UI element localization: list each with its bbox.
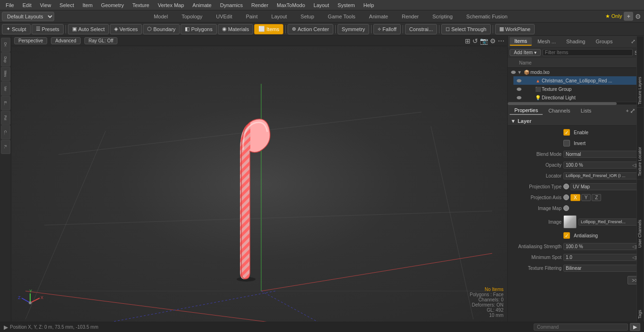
expand-root[interactable]: ▼ xyxy=(517,70,523,75)
tab-channels[interactable]: Channels xyxy=(544,107,575,114)
materials-button[interactable]: ◉ Materials xyxy=(218,24,254,34)
tab-items[interactable]: Items xyxy=(510,37,532,46)
opacity-value[interactable]: 100.0 % ◁▷ xyxy=(563,162,642,169)
viewport-camera-icon[interactable]: 📷 xyxy=(480,37,488,45)
menu-animate[interactable]: Animate xyxy=(189,1,215,9)
workplane-button[interactable]: ▦ WorkPlane xyxy=(495,24,535,34)
menu-item[interactable]: Item xyxy=(79,1,96,9)
add-tab-button[interactable]: + xyxy=(624,12,633,21)
left-tool-6[interactable]: Pol xyxy=(1,111,10,125)
layout-dropdown[interactable]: Default Layouts xyxy=(2,12,54,21)
menu-vertex-map[interactable]: Vertex Map xyxy=(154,1,188,9)
left-tool-2[interactable]: Dup xyxy=(1,52,10,66)
falloff-button[interactable]: ⟡ Falloff xyxy=(373,24,401,34)
axis-y-button[interactable]: Y xyxy=(581,194,591,201)
aa-strength-value[interactable]: 100.0 % ◁▷ xyxy=(563,243,642,250)
side-tab-user-channels[interactable]: User Channels xyxy=(637,179,644,251)
tab-mesh[interactable]: Mesh ... xyxy=(533,38,561,45)
viewport[interactable]: Perspective Advanced Ray GL: Off ⊞ ↺ 📷 ⚙… xyxy=(11,36,507,322)
image-map-radio[interactable] xyxy=(563,205,569,211)
left-tool-8[interactable]: F.. xyxy=(1,140,10,154)
side-tab-texture-locator[interactable]: Texture Locator xyxy=(637,107,644,179)
menu-help[interactable]: Help xyxy=(360,1,378,9)
invert-checkbox[interactable] xyxy=(563,140,570,146)
tab-lists[interactable]: Lists xyxy=(576,107,596,114)
projection-type-radio[interactable] xyxy=(563,184,569,189)
tab-setup[interactable]: Setup xyxy=(294,12,321,21)
select-through-button[interactable]: ◻ Select Through xyxy=(441,24,490,34)
tab-layout[interactable]: Layout xyxy=(265,12,294,21)
menu-texture[interactable]: Texture xyxy=(129,1,153,9)
menu-edit[interactable]: Edit xyxy=(19,1,35,9)
left-tool-4[interactable]: Ver xyxy=(1,81,10,96)
menu-select[interactable]: Select xyxy=(56,1,78,9)
panel-expand-icon[interactable]: ⤢ xyxy=(631,38,636,45)
menu-maxtomodo[interactable]: MaxToModo xyxy=(273,1,309,9)
tab-schematic-fusion[interactable]: Schematic Fusion xyxy=(460,12,514,21)
items-button[interactable]: ⬜ Items xyxy=(254,24,283,34)
layer-expand-icon[interactable]: ▼ xyxy=(511,118,516,124)
tab-paint[interactable]: Paint xyxy=(239,12,264,21)
command-input[interactable] xyxy=(534,324,628,331)
image-dropdown[interactable]: Lollipop_Red_Fresnel... ▾ xyxy=(578,219,642,226)
tab-animate[interactable]: Animate xyxy=(363,12,395,21)
tab-game-tools[interactable]: Game Tools xyxy=(321,12,362,21)
tab-scripting[interactable]: Scripting xyxy=(426,12,459,21)
vis-toggle-light[interactable] xyxy=(515,94,523,101)
vis-toggle-mesh[interactable] xyxy=(515,77,523,84)
tab-model[interactable]: Model xyxy=(147,12,174,21)
tex-filtering-dropdown[interactable]: Bilinear ▾ xyxy=(563,265,642,272)
presets-button[interactable]: ☰ Presets xyxy=(32,24,64,34)
menu-dynamics[interactable]: Dynamics xyxy=(216,1,247,9)
props-expand-icon[interactable]: ⤢ xyxy=(630,107,636,114)
left-tool-3[interactable]: Mes xyxy=(1,67,10,81)
menu-geometry[interactable]: Geometry xyxy=(97,1,127,9)
viewport-refresh-icon[interactable]: ↺ xyxy=(472,37,478,45)
status-expand-icon[interactable]: ▶ xyxy=(4,324,8,331)
items-scrollbar[interactable] xyxy=(508,102,644,105)
menu-layout[interactable]: Layout xyxy=(310,1,333,9)
command-run-button[interactable]: ▶ xyxy=(630,323,640,331)
viewport-settings-icon[interactable]: ⚙ xyxy=(490,37,496,45)
tab-properties[interactable]: Properties xyxy=(510,106,543,115)
advanced-button[interactable]: Advanced xyxy=(51,37,80,44)
perspective-button[interactable]: Perspective xyxy=(14,37,47,44)
antialiasing-checkbox[interactable]: ✓ xyxy=(563,232,570,239)
left-tool-5[interactable]: E.. xyxy=(1,96,10,110)
menu-render[interactable]: Render xyxy=(248,1,272,9)
axis-x-button[interactable]: X xyxy=(570,194,580,201)
list-item-mesh[interactable]: ▲ Christmas_Cane_Lollipop_Red ... xyxy=(513,76,644,85)
enable-checkbox[interactable]: ✓ xyxy=(563,129,570,136)
viewport-fit-icon[interactable]: ⊞ xyxy=(465,37,471,45)
left-tool-1[interactable]: D< xyxy=(1,38,10,52)
ray-gl-button[interactable]: Ray GL: Off xyxy=(84,37,118,44)
viewport-more-icon[interactable]: ⋯ xyxy=(498,37,504,45)
tab-groups[interactable]: Groups xyxy=(591,38,617,45)
sculpt-button[interactable]: ✦ Sculpt xyxy=(2,24,31,34)
menu-view[interactable]: View xyxy=(36,1,55,9)
action-center-button[interactable]: ⊕ Action Center xyxy=(288,24,333,34)
settings-icon[interactable]: ⚙ xyxy=(635,13,641,20)
locator-dropdown[interactable]: Lollipop_Red_Fresnel_IOR (I ... ▾ xyxy=(563,172,642,179)
blend-mode-dropdown[interactable]: Normal ▾ xyxy=(563,151,642,158)
image-preview[interactable] xyxy=(563,215,577,228)
menu-file[interactable]: File xyxy=(2,1,18,9)
symmetry-button[interactable]: Symmetry xyxy=(338,24,370,34)
side-tab-texture-layers[interactable]: Texture Layers xyxy=(637,36,644,107)
tab-uvedit[interactable]: UVEdit xyxy=(209,12,239,21)
constraints-button[interactable]: Constrai... xyxy=(405,24,437,34)
side-tab-tags[interactable]: Tags xyxy=(637,251,644,322)
add-item-button[interactable]: Add Item ▾ xyxy=(510,49,541,56)
list-item-root[interactable]: ▼ 📦 modo.lxo xyxy=(508,68,644,76)
vis-toggle-texture-group[interactable] xyxy=(515,86,523,92)
tab-render[interactable]: Render xyxy=(395,12,425,21)
tab-shading[interactable]: Shading xyxy=(561,38,590,45)
min-spot-value[interactable]: 1.0 ◁▷ xyxy=(563,254,642,261)
list-item-light[interactable]: 💡 Directional Light xyxy=(513,93,644,102)
scene-canvas[interactable]: No Items Polygons : Face Channels: 0 Def… xyxy=(11,46,507,322)
left-tool-7[interactable]: C.. xyxy=(1,125,10,139)
tab-topology[interactable]: Topology xyxy=(175,12,209,21)
vis-toggle-root[interactable] xyxy=(510,69,517,75)
boundary-button[interactable]: ⬡ Boundary xyxy=(143,24,180,34)
axis-z-button[interactable]: Z xyxy=(592,194,601,201)
